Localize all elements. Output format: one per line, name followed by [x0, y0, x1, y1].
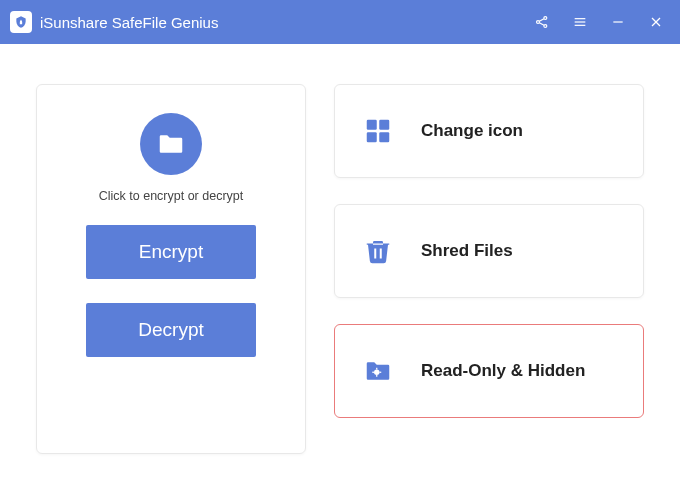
decrypt-button[interactable]: Decrypt	[86, 303, 256, 357]
trash-icon	[359, 236, 397, 266]
svg-rect-15	[374, 249, 376, 259]
app-title: iSunshare SafeFile Genius	[40, 14, 534, 31]
svg-rect-14	[379, 132, 389, 142]
shred-files-label: Shred Files	[421, 240, 513, 261]
close-icon[interactable]	[648, 14, 664, 30]
window-controls	[534, 14, 664, 30]
svg-rect-20	[372, 372, 374, 373]
encrypt-hint-text: Click to encrypt or decrypt	[99, 189, 244, 203]
svg-rect-11	[367, 120, 377, 130]
svg-line-3	[539, 19, 544, 22]
encrypt-decrypt-card: Click to encrypt or decrypt Encrypt Decr…	[36, 84, 306, 454]
change-icon-card[interactable]: Change icon	[334, 84, 644, 178]
encrypt-button[interactable]: Encrypt	[86, 225, 256, 279]
readonly-hidden-card[interactable]: Read-Only & Hidden	[334, 324, 644, 418]
svg-rect-13	[367, 132, 377, 142]
svg-point-17	[374, 370, 380, 376]
svg-rect-16	[380, 249, 382, 259]
share-icon[interactable]	[534, 14, 550, 30]
readonly-hidden-label: Read-Only & Hidden	[421, 360, 585, 381]
feature-column: Change icon Shred Files Read-Only & Hidd…	[334, 84, 644, 454]
minimize-icon[interactable]	[610, 14, 626, 30]
menu-icon[interactable]	[572, 14, 588, 30]
svg-line-4	[539, 23, 544, 26]
folder-gear-icon	[359, 356, 397, 386]
svg-rect-12	[379, 120, 389, 130]
svg-point-1	[544, 17, 547, 20]
svg-rect-19	[376, 375, 377, 377]
folder-icon	[140, 113, 202, 175]
change-icon-label: Change icon	[421, 120, 523, 141]
svg-rect-21	[380, 372, 382, 373]
shred-files-card[interactable]: Shred Files	[334, 204, 644, 298]
svg-point-0	[537, 21, 540, 24]
titlebar: iSunshare SafeFile Genius	[0, 0, 680, 44]
svg-rect-18	[376, 368, 377, 370]
svg-point-2	[544, 25, 547, 28]
main-content: Click to encrypt or decrypt Encrypt Decr…	[0, 44, 680, 494]
grid-icon	[359, 116, 397, 146]
app-logo-icon	[10, 11, 32, 33]
